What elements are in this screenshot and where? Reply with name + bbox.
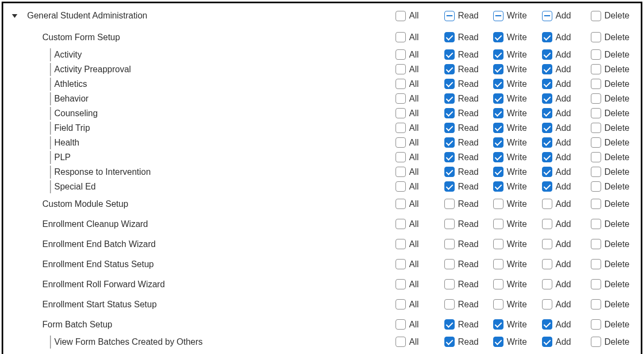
delete-checkbox[interactable] <box>591 108 601 118</box>
all-checkbox[interactable] <box>396 108 406 118</box>
delete-checkbox[interactable] <box>591 319 601 330</box>
write-checkbox[interactable] <box>493 279 503 289</box>
delete-checkbox[interactable] <box>591 279 601 289</box>
read-checkbox[interactable] <box>444 11 455 21</box>
delete-checkbox[interactable] <box>591 181 601 192</box>
read-checkbox[interactable] <box>444 137 455 148</box>
read-checkbox[interactable] <box>444 64 455 74</box>
read-checkbox[interactable] <box>444 199 455 209</box>
all-checkbox[interactable] <box>396 123 406 133</box>
read-checkbox[interactable] <box>444 239 455 249</box>
all-checkbox[interactable] <box>396 49 406 60</box>
add-checkbox[interactable] <box>542 11 552 21</box>
delete-checkbox[interactable] <box>591 32 601 42</box>
write-checkbox[interactable] <box>493 319 503 330</box>
all-checkbox[interactable] <box>396 299 406 309</box>
write-checkbox[interactable] <box>493 152 503 162</box>
add-checkbox[interactable] <box>542 108 552 118</box>
delete-checkbox[interactable] <box>591 199 601 209</box>
add-checkbox[interactable] <box>542 219 552 229</box>
delete-checkbox[interactable] <box>591 259 601 269</box>
all-checkbox[interactable] <box>396 181 406 192</box>
delete-checkbox[interactable] <box>591 239 601 249</box>
delete-checkbox[interactable] <box>591 79 601 89</box>
write-checkbox[interactable] <box>493 337 503 347</box>
expand-caret-icon[interactable] <box>12 14 17 18</box>
write-checkbox[interactable] <box>493 79 503 89</box>
delete-checkbox[interactable] <box>591 123 601 133</box>
write-checkbox[interactable] <box>493 299 503 309</box>
read-checkbox[interactable] <box>444 167 455 177</box>
add-checkbox[interactable] <box>542 32 552 42</box>
all-checkbox[interactable] <box>396 32 406 42</box>
read-checkbox[interactable] <box>444 181 455 192</box>
delete-checkbox[interactable] <box>591 337 601 347</box>
read-checkbox[interactable] <box>444 319 455 330</box>
all-checkbox[interactable] <box>396 319 406 330</box>
read-checkbox[interactable] <box>444 108 455 118</box>
delete-checkbox[interactable] <box>591 167 601 177</box>
read-checkbox[interactable] <box>444 93 455 104</box>
read-checkbox[interactable] <box>444 79 455 89</box>
read-checkbox[interactable] <box>444 32 455 42</box>
add-checkbox[interactable] <box>542 123 552 133</box>
add-checkbox[interactable] <box>542 152 552 162</box>
write-checkbox[interactable] <box>493 199 503 209</box>
add-checkbox[interactable] <box>542 181 552 192</box>
read-checkbox[interactable] <box>444 337 455 347</box>
write-checkbox[interactable] <box>493 219 503 229</box>
write-checkbox[interactable] <box>493 259 503 269</box>
read-checkbox[interactable] <box>444 299 455 309</box>
write-checkbox[interactable] <box>493 123 503 133</box>
read-checkbox[interactable] <box>444 49 455 60</box>
delete-checkbox[interactable] <box>591 299 601 309</box>
add-checkbox[interactable] <box>542 79 552 89</box>
read-checkbox[interactable] <box>444 219 455 229</box>
add-checkbox[interactable] <box>542 259 552 269</box>
all-checkbox[interactable] <box>396 137 406 148</box>
all-checkbox[interactable] <box>396 219 406 229</box>
add-checkbox[interactable] <box>542 137 552 148</box>
delete-checkbox[interactable] <box>591 219 601 229</box>
add-checkbox[interactable] <box>542 239 552 249</box>
add-checkbox[interactable] <box>542 199 552 209</box>
delete-checkbox[interactable] <box>591 49 601 60</box>
add-checkbox[interactable] <box>542 49 552 60</box>
read-checkbox[interactable] <box>444 152 455 162</box>
read-checkbox[interactable] <box>444 123 455 133</box>
all-checkbox[interactable] <box>396 64 406 74</box>
read-checkbox[interactable] <box>444 259 455 269</box>
all-checkbox[interactable] <box>396 259 406 269</box>
write-checkbox[interactable] <box>493 49 503 60</box>
delete-checkbox[interactable] <box>591 152 601 162</box>
write-checkbox[interactable] <box>493 64 503 74</box>
all-checkbox[interactable] <box>396 279 406 289</box>
write-checkbox[interactable] <box>493 108 503 118</box>
all-checkbox[interactable] <box>396 239 406 249</box>
add-checkbox[interactable] <box>542 279 552 289</box>
write-checkbox[interactable] <box>493 32 503 42</box>
add-checkbox[interactable] <box>542 337 552 347</box>
add-checkbox[interactable] <box>542 64 552 74</box>
delete-checkbox[interactable] <box>591 11 601 21</box>
all-checkbox[interactable] <box>396 79 406 89</box>
add-checkbox[interactable] <box>542 93 552 104</box>
all-checkbox[interactable] <box>396 337 406 347</box>
write-checkbox[interactable] <box>493 137 503 148</box>
delete-checkbox[interactable] <box>591 93 601 104</box>
all-checkbox[interactable] <box>396 199 406 209</box>
read-checkbox[interactable] <box>444 279 455 289</box>
add-checkbox[interactable] <box>542 299 552 309</box>
write-checkbox[interactable] <box>493 181 503 192</box>
all-checkbox[interactable] <box>396 11 406 21</box>
add-checkbox[interactable] <box>542 167 552 177</box>
write-checkbox[interactable] <box>493 167 503 177</box>
all-checkbox[interactable] <box>396 93 406 104</box>
all-checkbox[interactable] <box>396 152 406 162</box>
add-checkbox[interactable] <box>542 319 552 330</box>
write-checkbox[interactable] <box>493 239 503 249</box>
all-checkbox[interactable] <box>396 167 406 177</box>
delete-checkbox[interactable] <box>591 64 601 74</box>
write-checkbox[interactable] <box>493 11 503 21</box>
write-checkbox[interactable] <box>493 93 503 104</box>
